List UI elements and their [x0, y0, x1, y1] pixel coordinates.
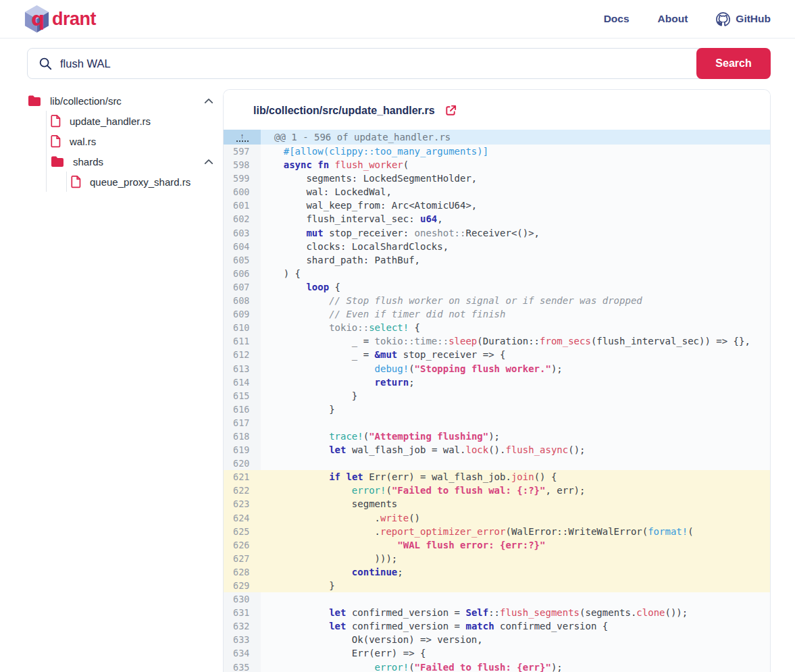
file-path: lib/collection/src/update_handler.rs	[253, 105, 435, 117]
code-line: 621 if let Err(err) = wal_flash_job.join…	[224, 470, 770, 484]
line-content: error!("Failed to flush: {err}");	[261, 661, 770, 672]
line-number: 624	[224, 511, 261, 525]
tree-file-queue-proxy-shard[interactable]: queue_proxy_shard.rs	[70, 172, 223, 192]
line-content: wal: LockedWal,	[261, 185, 770, 199]
line-number: 635	[224, 661, 261, 672]
github-icon	[716, 12, 730, 26]
code-panel: lib/collection/src/update_handler.rs ↑ @…	[223, 89, 771, 672]
file-icon	[50, 134, 61, 148]
code-line: 622 error!("Failed to flush wal: {:?}", …	[224, 484, 770, 497]
code-line: 605 shard_path: PathBuf,	[224, 253, 770, 267]
line-number: 618	[224, 430, 261, 443]
line-number: 631	[224, 606, 261, 619]
code-line: 616 }	[224, 403, 770, 416]
code-line: 633 Ok(version) => version,	[224, 633, 770, 646]
expand-context-row: ↑ @@ 1 - 596 of update_handler.rs	[224, 130, 770, 145]
code-line: 615 }	[224, 389, 770, 403]
nav-docs-label: Docs	[604, 13, 630, 25]
nav-about-label: About	[658, 13, 688, 25]
line-number: 627	[224, 552, 261, 565]
line-number: 605	[224, 253, 261, 267]
line-content: _ = &mut stop_receiver => {	[261, 348, 770, 361]
line-content: Err(err) => {	[261, 646, 770, 660]
tree-folder-label: lib/collection/src	[50, 95, 196, 107]
code-line: 602 flush_interval_sec: u64,	[224, 212, 770, 226]
nav-about-link[interactable]: About	[658, 13, 688, 25]
line-number: 614	[224, 376, 261, 389]
tree-file-wal[interactable]: wal.rs	[50, 131, 223, 151]
code-line: 614 return;	[224, 376, 770, 389]
line-number: 616	[224, 403, 261, 416]
code-line: 623 segments	[224, 497, 770, 511]
line-content: if let Err(err) = wal_flash_job.join() {	[261, 470, 770, 484]
qdrant-logo[interactable]: q drant	[24, 5, 96, 33]
code-line: 601 wal_keep_from: Arc<AtomicU64>,	[224, 199, 770, 212]
line-number: 628	[224, 565, 261, 579]
code-line: 599 segments: LockedSegmentHolder,	[224, 172, 770, 185]
chevron-up-icon[interactable]	[204, 98, 213, 104]
nav-docs-link[interactable]: Docs	[604, 13, 630, 25]
code-line: 617	[224, 416, 770, 430]
chevron-up-icon[interactable]	[204, 159, 213, 165]
code-line: 630	[224, 592, 770, 606]
line-content: }	[261, 579, 770, 592]
line-number: 619	[224, 443, 261, 457]
nav-github-link[interactable]: GitHub	[716, 12, 771, 26]
tree-folder-label: shards	[73, 156, 196, 167]
line-number: 629	[224, 579, 261, 592]
code-line: 620	[224, 457, 770, 470]
tree-children: queue_proxy_shard.rs	[66, 172, 223, 192]
code-line: 598 async fn flush_worker(	[224, 158, 770, 172]
external-link-icon[interactable]	[444, 104, 457, 117]
line-number: 634	[224, 646, 261, 660]
line-number: 598	[224, 158, 261, 172]
search-button[interactable]: Search	[696, 48, 771, 79]
line-number: 602	[224, 212, 261, 226]
line-number: 600	[224, 185, 261, 199]
code-line: 613 debug!("Stopping flush worker.");	[224, 362, 770, 376]
line-content: }	[261, 403, 770, 416]
line-content: let wal_flash_job = wal.lock().flush_asy…	[261, 443, 770, 457]
code-line: 611 _ = tokio::time::sleep(Duration::fro…	[224, 334, 770, 348]
code-line: 603 mut stop_receiver: oneshot::Receiver…	[224, 226, 770, 240]
search-row: Search	[27, 48, 771, 79]
line-content: #[allow(clippy::too_many_arguments)]	[261, 145, 770, 158]
expand-up-button[interactable]: ↑	[224, 130, 261, 145]
line-number: 615	[224, 389, 261, 403]
search-box	[27, 48, 771, 79]
line-content: flush_interval_sec: u64,	[261, 212, 770, 226]
tree-file-update-handler[interactable]: update_handler.rs	[50, 111, 223, 131]
line-content: Ok(version) => version,	[261, 633, 770, 646]
code-panel-header: lib/collection/src/update_handler.rs	[224, 90, 770, 130]
line-content: return;	[261, 376, 770, 389]
line-content: // Even if timer did not finish	[261, 307, 770, 321]
line-content: }	[261, 389, 770, 403]
content-area: lib/collection/src update_handler.rs wal…	[27, 89, 771, 672]
tree-folder-lib-collection-src[interactable]: lib/collection/src	[27, 91, 223, 111]
line-content: clocks: LocalShardClocks,	[261, 240, 770, 253]
code-line: 618 trace!("Attempting flushing");	[224, 430, 770, 443]
code-line: 626 "WAL flush error: {err:?}"	[224, 538, 770, 552]
tree-folder-shards[interactable]: shards	[50, 151, 223, 172]
line-number: 599	[224, 172, 261, 185]
code-line: 597 #[allow(clippy::too_many_arguments)]	[224, 145, 770, 158]
line-content: loop {	[261, 280, 770, 294]
line-number: 611	[224, 334, 261, 348]
tree-file-label: update_handler.rs	[70, 115, 223, 127]
code-line: 600 wal: LockedWal,	[224, 185, 770, 199]
code-line: 634 Err(err) => {	[224, 646, 770, 660]
tree-file-label: queue_proxy_shard.rs	[90, 176, 223, 188]
line-content: let confirmed_version = Self::flush_segm…	[261, 606, 770, 619]
code-line: 625 .report_optimizer_error(WalError::Wr…	[224, 525, 770, 538]
folder-icon	[50, 155, 65, 168]
expand-dots-icon	[236, 140, 249, 142]
search-icon	[38, 56, 53, 71]
code-line: 627 )));	[224, 552, 770, 565]
search-input[interactable]	[60, 57, 770, 70]
line-content: segments	[261, 497, 770, 511]
code-line: 631 let confirmed_version = Self::flush_…	[224, 606, 770, 619]
expand-up-icon: ↑	[240, 133, 245, 139]
line-number: 621	[224, 470, 261, 484]
line-content: let confirmed_version = match confirmed_…	[261, 619, 770, 633]
code-line: 607 loop {	[224, 280, 770, 294]
